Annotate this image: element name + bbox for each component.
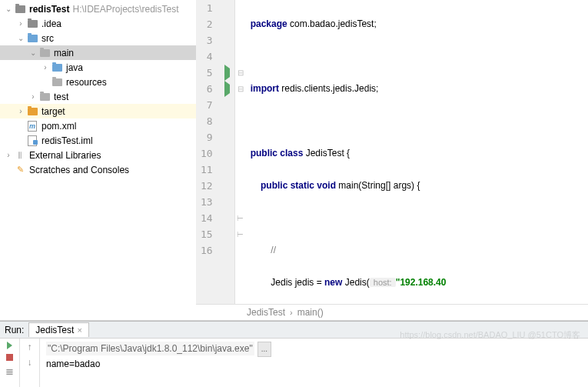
tree-item-redisTest.iml[interactable]: ›redisTest.iml (0, 133, 196, 148)
breadcrumb-class[interactable]: JedisTest (242, 307, 290, 318)
chevron-down-icon[interactable]: ⌄ (15, 34, 26, 42)
folder-icon (26, 105, 38, 118)
tree-item-pom.xml[interactable]: ›mpom.xml (0, 118, 196, 133)
fold-icon[interactable]: ⊟ (235, 81, 246, 97)
external-libraries[interactable]: › ⫴ External Libraries (0, 148, 196, 162)
library-icon: ⫴ (14, 149, 26, 162)
chevron-right-icon[interactable]: › (15, 107, 26, 115)
run-line-icon[interactable] (224, 65, 230, 81)
tree-item-test[interactable]: ›test (0, 89, 196, 104)
folder-icon (26, 18, 38, 30)
up-icon[interactable]: ↑ (28, 342, 32, 352)
breadcrumb[interactable]: JedisTest›main() (196, 304, 588, 320)
console-cmd: "C:\Program Files\Java\jdk1.8.0_112\bin\… (46, 342, 254, 355)
breadcrumb-method[interactable]: main() (293, 307, 328, 318)
tree-item-resources[interactable]: ›resources (0, 75, 196, 89)
folder-icon (26, 32, 38, 45)
code-content[interactable]: package com.badao.jedisTest; import redi… (246, 0, 588, 304)
tree-item-.idea[interactable]: ›.idea (0, 16, 196, 31)
expand-icon[interactable]: ... (257, 342, 271, 357)
fold-icon[interactable]: ⊢ (235, 210, 246, 226)
maven-icon: m (26, 120, 38, 132)
run-gutter[interactable] (221, 0, 234, 304)
chevron-right-icon[interactable]: › (3, 151, 14, 159)
chevron-down-icon[interactable]: ⌄ (28, 48, 38, 57)
tree-item-label: java (66, 62, 83, 73)
tree-root[interactable]: ⌄ redisTest H:\IDEAProjects\redisTest (0, 2, 196, 16)
chevron-right-icon[interactable]: › (40, 63, 51, 72)
console-line: name=badao (46, 357, 582, 371)
scratch-icon: ✎ (14, 164, 26, 176)
tree-item-label: .idea (42, 18, 61, 29)
tree-item-label: target (42, 106, 65, 117)
layout-icon[interactable]: ≣ (5, 365, 14, 377)
folder-icon (14, 3, 26, 15)
chevron-down-icon[interactable]: ⌄ (3, 5, 14, 13)
tree-item-label: redisTest.iml (42, 135, 93, 146)
tree-item-target[interactable]: ›target (0, 104, 196, 118)
tree-item-label: pom.xml (42, 121, 76, 132)
code-editor[interactable]: 12345678910111213141516 ⊟⊟⊢⊢ package com… (196, 0, 588, 320)
tree-item-label: main (54, 48, 74, 58)
folder-icon (38, 91, 51, 103)
chevron-right-icon[interactable]: › (15, 19, 26, 28)
line-numbers: 12345678910111213141516 (196, 0, 221, 304)
down-icon[interactable]: ↓ (28, 357, 32, 368)
root-path: H:\IDEAProjects\redisTest (72, 4, 178, 15)
root-name: redisTest (29, 4, 69, 15)
tree-item-label: test (54, 92, 68, 102)
run-tab[interactable]: JedisTest × (28, 322, 88, 337)
scratches[interactable]: · ✎ Scratches and Consoles (0, 162, 196, 177)
folder-icon (38, 47, 51, 59)
project-tree[interactable]: ⌄ redisTest H:\IDEAProjects\redisTest ›.… (0, 0, 196, 320)
folder-icon (51, 76, 63, 88)
run-label: Run: (5, 325, 24, 335)
run-line-icon[interactable] (224, 81, 230, 97)
run-panel: Run: JedisTest × ≣ ↑ ↓ "C:\Program Files… (0, 321, 588, 387)
fold-icon[interactable]: ⊢ (235, 226, 246, 242)
tree-item-src[interactable]: ⌄src (0, 31, 196, 45)
run-toolbar: ≣ (0, 339, 20, 387)
chevron-right-icon[interactable]: › (28, 92, 38, 101)
iml-icon (26, 135, 38, 147)
gutter[interactable]: 12345678910111213141516 (196, 0, 235, 304)
close-icon[interactable]: × (77, 325, 81, 335)
tree-item-label: src (42, 33, 54, 44)
tree-item-label: resources (66, 77, 107, 88)
fold-icon[interactable]: ⊟ (235, 65, 246, 81)
stop-icon[interactable] (6, 354, 13, 361)
fold-column[interactable]: ⊟⊟⊢⊢ (235, 0, 246, 304)
console-toolbar: ↑ ↓ (20, 339, 40, 387)
folder-icon (51, 62, 63, 74)
tree-item-main[interactable]: ⌄main (0, 45, 196, 60)
console-output[interactable]: "C:\Program Files\Java\jdk1.8.0_112\bin\… (40, 339, 588, 387)
rerun-icon[interactable] (7, 342, 12, 349)
tree-item-java[interactable]: ›java (0, 60, 196, 75)
